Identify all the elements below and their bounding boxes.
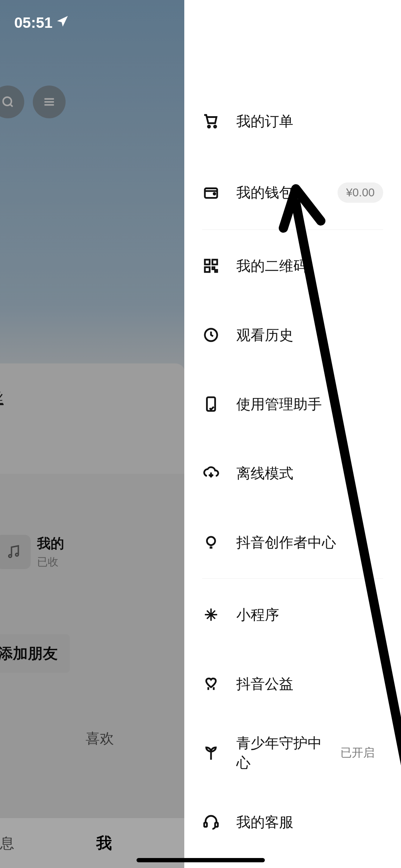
svg-point-4 — [214, 125, 216, 128]
menu-item-support[interactable]: 我的客服 — [202, 787, 383, 857]
svg-point-6 — [214, 193, 215, 195]
svg-rect-11 — [215, 270, 217, 272]
menu-label: 我的客服 — [236, 812, 383, 832]
svg-rect-7 — [205, 260, 210, 264]
menu-label: 使用管理助手 — [236, 394, 383, 414]
menu-item-offline[interactable]: 离线模式 — [202, 439, 383, 508]
wallet-balance-badge: ¥0.00 — [338, 182, 383, 203]
svg-rect-10 — [212, 267, 215, 269]
menu-item-wallet[interactable]: 我的钱包 ¥0.00 — [202, 157, 383, 228]
svg-rect-8 — [212, 260, 217, 264]
menu-item-youth-protection[interactable]: 青少年守护中心 已开启 — [202, 718, 383, 787]
qrcode-icon — [202, 257, 220, 275]
wallet-icon — [202, 184, 220, 201]
youth-status-badge: 已开启 — [332, 742, 383, 764]
svg-point-3 — [208, 125, 210, 128]
cart-icon — [202, 112, 220, 130]
divider — [202, 578, 383, 579]
menu-label: 我的二维码 — [236, 256, 383, 276]
svg-rect-16 — [215, 823, 218, 827]
menu-label: 青少年守护中心 — [236, 733, 332, 773]
menu-item-miniprogram[interactable]: 小程序 — [202, 580, 383, 649]
clock-icon — [202, 326, 220, 344]
menu-label: 小程序 — [236, 605, 383, 625]
menu-label: 抖音创作者中心 — [236, 533, 383, 552]
menu-label: 抖音公益 — [236, 674, 383, 694]
menu-label: 我的订单 — [236, 112, 383, 131]
menu-item-creator-center[interactable]: 抖音创作者中心 — [202, 508, 383, 577]
divider — [202, 229, 383, 230]
lightbulb-icon — [202, 533, 220, 551]
svg-rect-9 — [205, 267, 210, 272]
headset-icon — [202, 813, 220, 831]
svg-rect-15 — [204, 823, 207, 827]
menu-label: 离线模式 — [236, 464, 383, 483]
heart-hands-icon — [202, 675, 220, 693]
status-bar: 05:51 — [14, 14, 70, 31]
menu-item-assistant[interactable]: 使用管理助手 — [202, 370, 383, 439]
sprout-icon — [202, 744, 220, 762]
menu-item-qrcode[interactable]: 我的二维码 — [202, 231, 383, 300]
menu-item-history[interactable]: 观看历史 — [202, 300, 383, 370]
status-time: 05:51 — [14, 14, 52, 31]
spark-icon — [202, 606, 220, 624]
home-indicator — [137, 858, 265, 862]
phone-check-icon — [202, 395, 220, 413]
menu-label: 我的钱包 — [236, 183, 338, 202]
menu-label: 观看历史 — [236, 325, 383, 345]
svg-point-14 — [207, 537, 215, 545]
cloud-download-icon — [202, 464, 220, 482]
location-icon — [56, 14, 70, 31]
menu-item-orders[interactable]: 我的订单 — [202, 86, 383, 157]
menu-item-charity[interactable]: 抖音公益 — [202, 649, 383, 718]
side-drawer: 我的订单 我的钱包 ¥0.00 我的二维码 观看历史 使用管理助手 离线模式 — [184, 0, 401, 868]
